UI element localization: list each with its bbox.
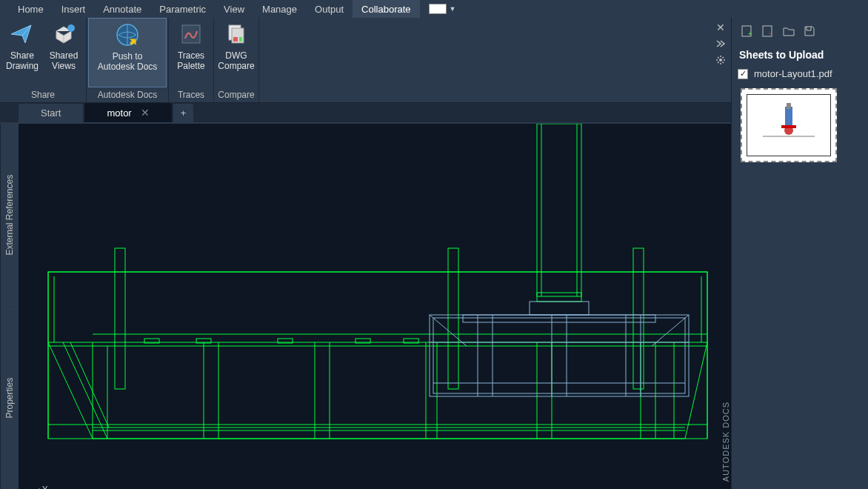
sheet-item: ✓ motor-Layout1.pdf	[732, 65, 868, 82]
menu-collaborate[interactable]: Collaborate	[353, 0, 420, 18]
traces-palette-label: Traces Palette	[175, 50, 207, 71]
save-icon[interactable]	[801, 23, 818, 39]
globe-arrow-icon	[114, 21, 141, 48]
svg-line-10	[70, 342, 109, 428]
svg-rect-7	[48, 272, 707, 342]
svg-rect-29	[448, 248, 458, 389]
dwg-compare-button[interactable]: DWG Compare	[216, 18, 257, 87]
menu-manage[interactable]: Manage	[253, 0, 306, 18]
add-sheet-icon[interactable]: +	[739, 23, 755, 39]
menu-parametric[interactable]: Parametric	[150, 0, 215, 18]
svg-rect-30	[633, 248, 644, 389]
dwg-compare-label: DWG Compare	[218, 50, 254, 71]
svg-rect-50	[530, 302, 589, 315]
svg-rect-6	[239, 37, 242, 41]
tab-start-label: Start	[41, 107, 61, 119]
svg-rect-28	[115, 248, 125, 389]
sheets-to-upload-panel: + − Sheets to Upload ✓ motor-Layout1.pdf	[731, 18, 868, 489]
shared-views-button[interactable]: Shared Views	[43, 18, 84, 87]
collapse-panel-button[interactable]	[714, 37, 727, 50]
share-drawing-button[interactable]: Share Drawing	[1, 18, 43, 87]
menu-bar: Home Insert Annotate Parametric View Man…	[0, 0, 868, 18]
svg-rect-43	[430, 315, 689, 396]
svg-rect-31	[537, 124, 581, 296]
cad-wireframe	[19, 124, 715, 489]
svg-rect-5	[233, 37, 238, 41]
close-panel-button[interactable]: ✕	[714, 21, 727, 34]
shared-views-label: Shared Views	[47, 50, 80, 71]
axis-y-label: Y	[42, 485, 48, 489]
push-to-autodesk-docs-button[interactable]: Push to Autodesk Docs	[88, 18, 167, 87]
menu-insert[interactable]: Insert	[53, 0, 95, 18]
close-icon[interactable]: ✕	[141, 107, 150, 119]
folder-icon[interactable]	[781, 23, 797, 39]
menu-view[interactable]: View	[215, 0, 253, 18]
menu-home[interactable]: Home	[9, 0, 53, 18]
menu-annotate[interactable]: Annotate	[94, 0, 150, 18]
svg-rect-67	[781, 125, 796, 128]
ribbon-group-autodesk-docs: Push to Autodesk Docs Autodesk Docs	[87, 18, 169, 102]
dwg-layers-icon	[223, 21, 250, 47]
trace-squiggle-icon	[178, 21, 204, 47]
properties-panel-tab[interactable]: Properties	[0, 307, 19, 490]
sheet-filename: motor-Layout1.pdf	[754, 68, 832, 79]
layer-color-swatch[interactable]: ▼	[429, 4, 456, 14]
svg-point-0	[67, 24, 75, 32]
svg-rect-49	[463, 315, 655, 322]
color-swatch	[429, 4, 447, 14]
panel-control-strip: ✕	[714, 18, 730, 70]
svg-point-59	[719, 59, 722, 61]
svg-rect-44	[433, 318, 685, 393]
external-references-panel-tab[interactable]: External References	[0, 124, 19, 307]
tab-motor-label: motor	[107, 107, 131, 119]
shared-cube-icon	[50, 21, 77, 47]
ribbon-group-share: Share Drawing Shared Views Share	[0, 18, 87, 102]
menu-output[interactable]: Output	[306, 0, 353, 18]
svg-rect-8	[48, 272, 707, 439]
push-to-autodesk-docs-label: Push to Autodesk Docs	[93, 51, 161, 72]
plus-icon: +	[181, 107, 187, 119]
svg-rect-34	[537, 293, 581, 302]
ribbon-group-share-label: Share	[1, 87, 84, 102]
sheet-checkbox[interactable]: ✓	[738, 69, 748, 79]
svg-text:+: +	[748, 30, 752, 38]
tab-start[interactable]: Start	[19, 104, 83, 122]
share-plane-icon	[9, 21, 36, 47]
ribbon-group-traces-label: Traces	[170, 87, 212, 102]
panel-toolbar: + −	[732, 18, 868, 44]
traces-palette-button[interactable]: Traces Palette	[170, 18, 212, 87]
chevron-down-icon: ▼	[450, 5, 456, 13]
svg-text:−: −	[769, 30, 773, 38]
ribbon-group-traces: Traces Palette Traces	[169, 18, 214, 102]
svg-rect-68	[787, 103, 791, 109]
panel-title: Sheets to Upload	[732, 44, 868, 65]
ribbon-group-compare-label: Compare	[216, 87, 257, 102]
panel-settings-button[interactable]	[714, 53, 727, 67]
autodesk-docs-vertical-label: AUTODESK DOCS	[721, 402, 730, 482]
tab-add[interactable]: +	[173, 104, 194, 122]
remove-sheet-icon[interactable]: −	[760, 23, 776, 39]
share-drawing-label: Share Drawing	[6, 50, 39, 71]
tab-motor[interactable]: motor ✕	[84, 103, 171, 122]
ribbon-group-compare: DWG Compare Compare	[214, 18, 259, 102]
sheet-thumbnail[interactable]	[741, 88, 837, 162]
svg-line-48	[652, 315, 689, 346]
ribbon-group-autodesk-docs-label: Autodesk Docs	[88, 87, 167, 102]
